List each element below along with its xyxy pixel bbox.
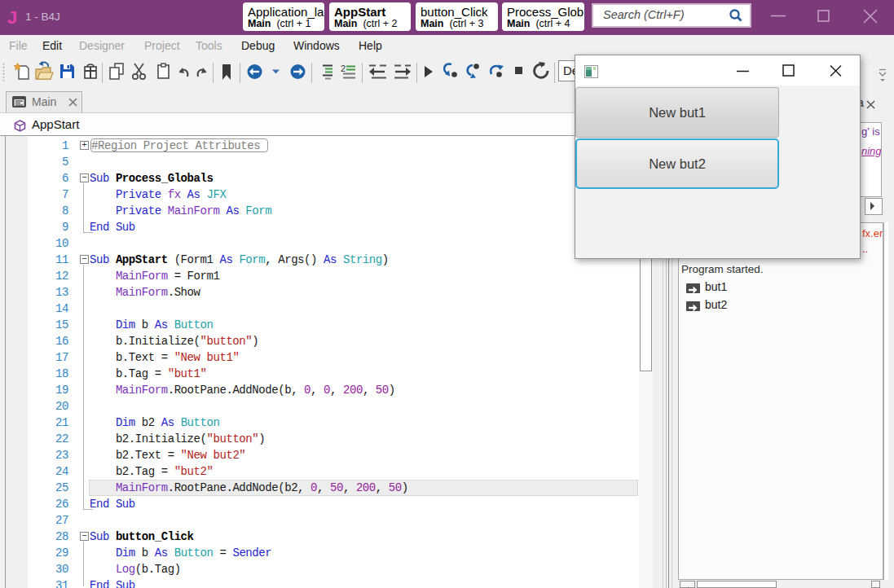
svg-text:2: 2: [341, 64, 346, 73]
